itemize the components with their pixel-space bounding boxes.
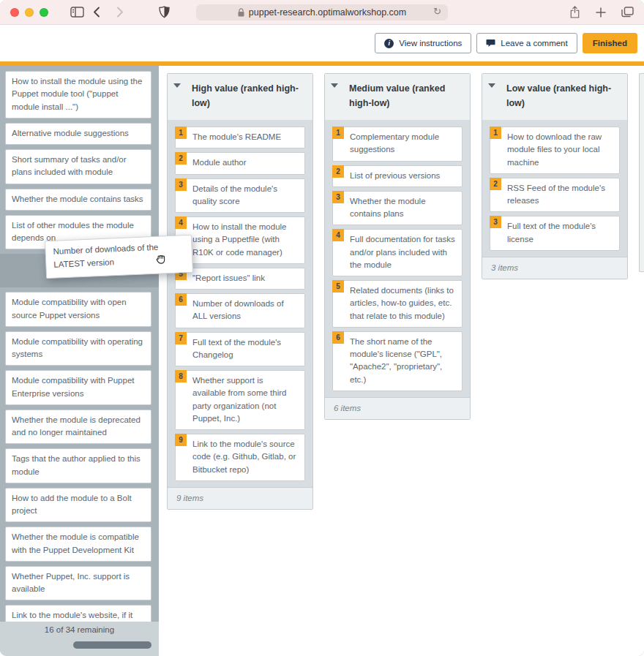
sorted-card[interactable]: 6 Number of downloads of ALL versions — [175, 293, 305, 328]
sorted-card[interactable]: 5 "Report issues" link — [175, 268, 305, 290]
sidebar-card[interactable]: Link to the module's website, if it has … — [5, 605, 151, 622]
sidebar-card-label: Whether the module contains tasks — [12, 195, 143, 203]
share-icon[interactable] — [569, 5, 580, 19]
category-column-header: Medium value (ranked high-low) — [325, 74, 470, 121]
collapse-column-icon[interactable] — [488, 83, 495, 88]
sidebar-card-label: How to install the module using the Pupp… — [12, 77, 142, 111]
view-instructions-button[interactable]: i View instructions — [375, 33, 471, 53]
sorted-card-label: Module author — [192, 158, 247, 167]
finished-label: Finished — [593, 39, 627, 48]
app-toolbar: i View instructions Leave a comment Fini… — [0, 25, 644, 61]
dragged-card[interactable]: Number of downloads of the LATEST versio… — [45, 235, 193, 279]
sorted-card-label: Full documentation for tasks and/or plan… — [350, 235, 455, 269]
rank-badge: 8 — [175, 370, 187, 382]
sidebar-card-label: Whether Puppet, Inc. support is availabl… — [12, 572, 130, 593]
sorted-card[interactable]: 3 Details of the module's quality score — [175, 178, 305, 214]
sorted-card[interactable]: 1 The module's README — [175, 127, 305, 148]
sorted-card[interactable]: 2 Module author — [175, 152, 305, 174]
sidebar-card-label: Tags that the author applied to this mod… — [12, 454, 141, 475]
sorted-card-label: How to download the raw module files to … — [507, 132, 602, 167]
sidebar-card[interactable]: Module compatibility with open source Pu… — [5, 292, 151, 327]
sidebar-card[interactable]: Module compatibility with Puppet Enterpr… — [5, 370, 151, 405]
rank-badge: 3 — [175, 178, 187, 191]
address-bar[interactable]: puppet-research.optimalworkshop.com ↻ — [196, 4, 448, 20]
new-tab-icon[interactable] — [596, 7, 606, 18]
sidebar-card-label: How to add the module to a Bolt project — [12, 494, 132, 515]
remaining-counter: 16 of 34 remaining — [0, 622, 159, 638]
category-item-count: 3 items — [482, 257, 627, 279]
category-card-list: 1 The module's README 2 Module author 3 … — [168, 121, 312, 487]
sidebar-card[interactable]: Whether the module is compatible with th… — [5, 527, 151, 562]
category-column: Medium value (ranked high-low) 1 Complem… — [324, 73, 471, 420]
sorted-card[interactable]: 4 Full documentation for tasks and/or pl… — [332, 229, 463, 276]
sorted-card-label: The short name of the module's license (… — [350, 337, 442, 384]
rank-badge: 5 — [332, 280, 344, 293]
sidebar-toggle-icon[interactable] — [70, 7, 84, 18]
sorted-card[interactable]: 7 Full text of the module's Changelog — [175, 332, 305, 367]
sidebar-card[interactable]: How to install the module using the Pupp… — [5, 71, 151, 118]
browser-window: puppet-research.optimalworkshop.com ↻ — [0, 0, 644, 656]
sorted-card[interactable]: 3 Full text of the module's license — [490, 216, 620, 251]
sorted-card[interactable]: 4 How to install the module using a Pupp… — [175, 216, 305, 264]
sidebar-card-label: Whether the module is compatible with th… — [12, 532, 139, 554]
category-card-list: 1 Complementary module suggestions 2 Lis… — [325, 121, 470, 397]
sorted-card[interactable]: 2 RSS Feed of the module's releases — [490, 178, 620, 213]
sidebar-card[interactable]: Whether Puppet, Inc. support is availabl… — [5, 566, 151, 601]
sorted-card-label: Number of downloads of ALL versions — [192, 299, 284, 320]
sorted-card[interactable]: 5 Related documents (links to articles, … — [332, 280, 463, 328]
sidebar-card-list: How to install the module using the Pupp… — [0, 66, 159, 622]
leave-comment-button[interactable]: Leave a comment — [476, 33, 577, 53]
rank-badge: 2 — [490, 178, 501, 190]
sorted-card[interactable]: 9 Link to the module's source code (e.g.… — [175, 434, 305, 481]
sidebar-card[interactable]: Alternative module suggestions — [5, 123, 151, 145]
sorted-card[interactable]: 8 Whether support is available from some… — [175, 370, 305, 430]
leave-comment-label: Leave a comment — [501, 39, 567, 48]
category-title: High value (ranked high-low) — [192, 83, 299, 108]
sorted-card-label: Full text of the module's license — [507, 222, 596, 243]
reload-icon[interactable]: ↻ — [433, 6, 441, 17]
rank-badge: 7 — [175, 332, 187, 344]
rank-badge: 2 — [332, 165, 344, 178]
sidebar-card[interactable]: Short summary of tasks and/or plans incl… — [5, 149, 151, 184]
sidebar-card[interactable]: Whether the module contains tasks — [5, 189, 151, 211]
tab-overview-icon[interactable] — [621, 7, 634, 18]
sorted-card[interactable]: 1 How to download the raw module files t… — [490, 127, 620, 174]
sorted-card[interactable]: 3 Whether the module contains plans — [332, 191, 463, 226]
browser-titlebar: puppet-research.optimalworkshop.com ↻ — [0, 0, 644, 25]
sidebar-card[interactable]: How to add the module to a Bolt project — [5, 488, 151, 523]
rank-badge: 1 — [332, 127, 344, 139]
rank-badge: 2 — [175, 152, 187, 165]
collapse-column-icon[interactable] — [331, 83, 338, 88]
sidebar-scrollbar-track — [0, 638, 159, 656]
forward-button-icon[interactable] — [116, 7, 124, 18]
sorted-card-label: Details of the module's quality score — [192, 184, 277, 206]
sidebar-card-label: Link to the module's website, if it has … — [12, 611, 132, 622]
sidebar-card-label: Module compatibility with Puppet Enterpr… — [12, 376, 134, 397]
dragged-card-label: Number of downloads of the LATEST versio… — [53, 243, 158, 269]
card-sort-workspace: How to install the module using the Pupp… — [0, 66, 644, 656]
sidebar-scrollbar-thumb[interactable] — [73, 641, 151, 649]
sidebar-card[interactable]: Whether the module is deprecated and no … — [5, 410, 151, 445]
close-window-button[interactable] — [10, 8, 19, 17]
sidebar-card[interactable]: Tags that the author applied to this mod… — [5, 448, 151, 483]
category-column-header: High value (ranked high-low) — [168, 74, 312, 121]
sorted-card-label: The module's README — [192, 132, 281, 141]
sorted-card[interactable]: 1 Complementary module suggestions — [332, 127, 463, 162]
sidebar-card-label: Whether the module is deprecated and no … — [12, 415, 141, 437]
privacy-shield-icon[interactable] — [159, 6, 170, 18]
back-button-icon[interactable] — [93, 7, 100, 18]
rank-badge: 6 — [175, 293, 187, 306]
info-icon: i — [384, 39, 394, 48]
sorted-card-label: Whether support is available from some t… — [192, 376, 286, 423]
sorted-card[interactable]: 6 The short name of the module's license… — [332, 331, 463, 391]
sorted-card[interactable]: 2 List of previous versions — [332, 165, 463, 187]
zoom-window-button[interactable] — [40, 8, 48, 17]
sidebar-card[interactable]: Module compatibility with operating syst… — [5, 331, 151, 366]
category-column: High value (ranked high-low) 1 The modul… — [167, 73, 313, 510]
minimize-window-button[interactable] — [25, 8, 34, 17]
category-card-list: 1 How to download the raw module files t… — [482, 121, 627, 257]
finished-button[interactable]: Finished — [583, 33, 637, 53]
sorted-card-label: Related documents (links to articles, ho… — [350, 286, 454, 320]
collapse-column-icon[interactable] — [173, 83, 181, 88]
rank-badge: 1 — [490, 127, 501, 139]
